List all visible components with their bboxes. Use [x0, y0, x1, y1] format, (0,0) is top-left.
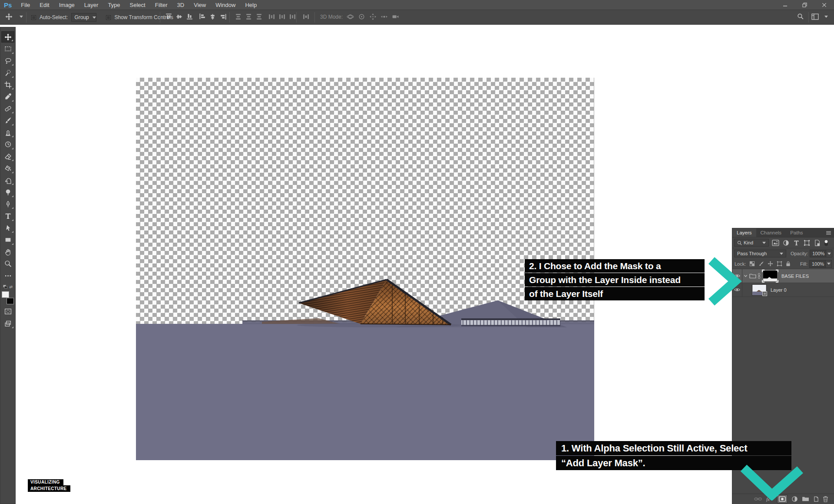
background-color-swatch[interactable] [7, 298, 14, 304]
separator [808, 12, 809, 23]
filter-shape-layers-icon[interactable] [803, 240, 811, 246]
move-tool[interactable] [1, 31, 14, 43]
zoom-tool[interactable] [1, 258, 14, 270]
eyedropper-tool[interactable] [1, 91, 14, 102]
paint-bucket-tool[interactable] [1, 163, 14, 174]
search-icon[interactable] [797, 13, 804, 20]
3d-orbit-icon[interactable] [347, 13, 354, 20]
align-bottom-edges-icon[interactable] [186, 13, 193, 20]
clone-stamp-tool[interactable] [1, 127, 14, 138]
auto-select-checkbox[interactable] [31, 15, 36, 20]
minimize-button[interactable] [775, 0, 795, 10]
distribute-left-edges-icon[interactable] [268, 13, 276, 20]
menu-type[interactable]: Type [103, 2, 125, 8]
group-mask-thumbnail[interactable] [762, 270, 778, 283]
3d-pan-icon[interactable] [369, 13, 377, 20]
3d-slide-icon[interactable] [381, 13, 388, 20]
workspace-switcher-icon[interactable] [811, 13, 819, 20]
rectangular-marquee-tool[interactable] [1, 43, 14, 55]
filter-pixel-layers-icon[interactable] [772, 240, 779, 246]
menu-3d[interactable]: 3D [172, 2, 189, 8]
panel-menu-icon[interactable] [826, 228, 834, 237]
edit-toolbar-ellipsis-icon[interactable] [1, 270, 14, 281]
menu-layer[interactable]: Layer [79, 2, 103, 8]
type-tool[interactable] [1, 211, 14, 222]
eraser-tool[interactable] [1, 151, 14, 162]
distribute-spacing-icon[interactable] [302, 13, 310, 20]
brush-tool[interactable] [1, 115, 14, 126]
lasso-tool[interactable] [1, 55, 14, 66]
swap-colors-icon[interactable]: ⇄ [9, 285, 13, 289]
align-left-edges-icon[interactable] [199, 13, 206, 20]
align-right-edges-icon[interactable] [220, 13, 227, 20]
tool-preset-chevron-icon[interactable] [20, 16, 23, 18]
crop-tool[interactable] [1, 79, 14, 90]
default-colors-widget[interactable]: ⇄ [2, 285, 13, 290]
pen-tool[interactable] [1, 198, 14, 210]
filter-type-layers-icon[interactable] [793, 240, 800, 246]
filter-adjustment-layers-icon[interactable] [782, 240, 790, 246]
path-selection-tool[interactable] [1, 222, 14, 234]
layer-row-layer0[interactable]: Layer 0 [732, 283, 834, 297]
menu-edit[interactable]: Edit [35, 2, 54, 8]
delete-layer-trash-icon[interactable] [823, 496, 828, 502]
opacity-chevron[interactable] [826, 250, 832, 257]
fill-value[interactable]: 100% [809, 260, 826, 268]
history-brush-tool[interactable] [1, 139, 14, 150]
tab-layers[interactable]: Layers [732, 228, 756, 237]
tab-paths[interactable]: Paths [786, 228, 807, 237]
quick-mask-mode-button[interactable] [1, 306, 14, 317]
menu-file[interactable]: File [16, 2, 35, 8]
menu-filter[interactable]: Filter [150, 2, 172, 8]
rectangle-shape-tool[interactable] [1, 234, 14, 246]
new-layer-icon[interactable] [813, 496, 819, 502]
opacity-value[interactable]: 100% [810, 250, 826, 257]
close-button[interactable] [814, 0, 834, 10]
distribute-right-edges-icon[interactable] [289, 13, 297, 20]
quick-selection-tool[interactable] [1, 67, 14, 79]
lock-all-icon[interactable] [786, 261, 791, 267]
distribute-horizontal-centers-icon[interactable] [279, 13, 286, 20]
align-horizontal-centers-icon[interactable] [209, 13, 217, 20]
selection-corner [762, 270, 764, 272]
align-vertical-centers-icon[interactable] [175, 13, 183, 20]
show-transform-checkbox[interactable] [106, 15, 111, 20]
hand-tool[interactable] [1, 246, 14, 257]
restore-button[interactable] [795, 0, 814, 10]
distribute-bottom-edges-icon[interactable] [255, 13, 263, 20]
3d-roll-icon[interactable] [358, 13, 365, 20]
tab-channels[interactable]: Channels [756, 228, 786, 237]
mask-link-icon[interactable] [758, 273, 761, 279]
align-top-edges-icon[interactable] [165, 13, 172, 20]
tools-panel: ⇄ [0, 27, 16, 504]
smudge-tool[interactable] [1, 175, 14, 186]
layer-row-base-files[interactable]: BASE FILES [732, 269, 834, 283]
auto-select-dropdown[interactable]: Group [71, 13, 96, 22]
lock-artboard-icon[interactable] [777, 261, 782, 267]
layer-name[interactable]: Layer 0 [771, 287, 787, 293]
fill-chevron[interactable] [826, 260, 832, 268]
menu-window[interactable]: Window [211, 2, 240, 8]
distribute-vertical-centers-icon[interactable] [245, 13, 252, 20]
lock-image-pixels-icon[interactable] [758, 261, 764, 267]
layer-name[interactable]: BASE FILES [781, 273, 809, 279]
foreground-color-swatch[interactable] [2, 291, 9, 298]
lock-position-icon[interactable] [768, 261, 773, 267]
dodge-tool[interactable] [1, 187, 14, 198]
color-swatches[interactable] [2, 291, 14, 304]
filter-toggle-switch[interactable] [824, 239, 828, 247]
3d-camera-icon[interactable] [392, 13, 399, 20]
spot-healing-brush-tool[interactable] [1, 103, 14, 114]
menu-view[interactable]: View [189, 2, 211, 8]
selection-corner [776, 280, 778, 283]
screen-mode-button[interactable] [1, 318, 14, 329]
menu-select[interactable]: Select [125, 2, 150, 8]
distribute-top-edges-icon[interactable] [235, 13, 242, 20]
selection-corner [776, 270, 778, 272]
menu-help[interactable]: Help [240, 2, 261, 8]
filter-smart-objects-icon[interactable] [814, 240, 821, 246]
lock-transparent-pixels-icon[interactable] [749, 261, 755, 267]
menu-image[interactable]: Image [54, 2, 79, 8]
kind-filter-dropdown[interactable]: Kind [734, 239, 769, 247]
layer-thumbnail[interactable] [751, 283, 768, 296]
